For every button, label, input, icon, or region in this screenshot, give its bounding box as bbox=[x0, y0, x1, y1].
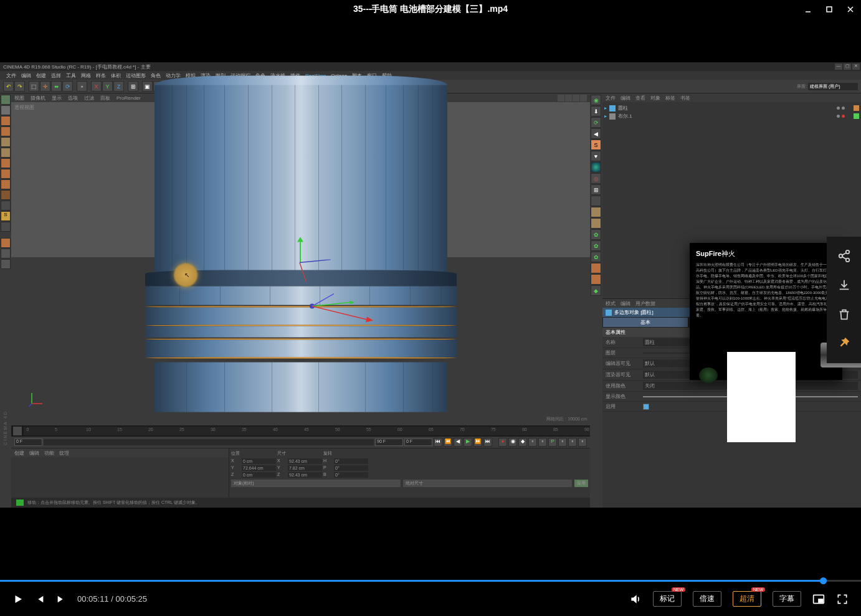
timeline-ruler[interactable]: 051015202530354045505560657075808590 bbox=[11, 425, 590, 437]
subtitle-button[interactable]: 字幕 bbox=[773, 591, 801, 607]
rt-heart[interactable]: ♥ bbox=[591, 151, 601, 161]
obj-tab[interactable]: 编辑 bbox=[621, 95, 630, 102]
rt-e[interactable]: ✿ bbox=[591, 240, 601, 251]
menu-item[interactable]: 体积 bbox=[111, 72, 121, 79]
viewport[interactable]: 透视视图 网格间距 : 10000 cm bbox=[11, 102, 590, 425]
tl-k2[interactable]: ▫ bbox=[538, 438, 547, 447]
menu-item[interactable]: 编辑 bbox=[21, 72, 31, 79]
pos-y[interactable]: 72.644 cm bbox=[242, 465, 276, 471]
tl-record[interactable]: ● bbox=[498, 438, 507, 447]
redo-button[interactable]: ↷ bbox=[14, 81, 25, 92]
tl-prev-key[interactable]: ⏪ bbox=[444, 438, 452, 447]
y-axis-lock[interactable]: Y bbox=[102, 81, 113, 92]
rt-back[interactable]: ◀ bbox=[591, 128, 601, 139]
vp-pan-icon[interactable] bbox=[558, 95, 564, 102]
delete-button[interactable] bbox=[837, 308, 851, 321]
tl-current[interactable]: 0 F bbox=[404, 438, 432, 446]
menu-item[interactable]: 工具 bbox=[66, 72, 76, 79]
planar-workplane[interactable] bbox=[1, 259, 11, 269]
obj-tab[interactable]: 查看 bbox=[635, 95, 645, 102]
progress-bar[interactable] bbox=[0, 580, 861, 582]
mark-button[interactable]: NEW标记 bbox=[653, 591, 682, 607]
recent-tool[interactable]: ▫ bbox=[77, 81, 87, 92]
rot-b[interactable]: 0° bbox=[334, 472, 368, 478]
c4d-close[interactable]: ✕ bbox=[852, 64, 860, 70]
fullscreen-button[interactable] bbox=[836, 593, 849, 605]
rt-b[interactable] bbox=[591, 207, 601, 217]
timeline-marker[interactable] bbox=[13, 427, 22, 435]
c4d-maximize[interactable]: ▢ bbox=[844, 64, 851, 70]
rt-s[interactable]: S bbox=[591, 140, 601, 150]
move-tool[interactable]: ✛ bbox=[40, 81, 50, 92]
obj-tab[interactable]: 对象 bbox=[650, 95, 660, 102]
coord-size-mode[interactable]: 绝对尺寸 bbox=[403, 480, 573, 487]
progress-thumb[interactable] bbox=[820, 577, 827, 584]
layout-select[interactable]: 建模界面 (用户) bbox=[808, 83, 858, 90]
pip-button[interactable] bbox=[812, 593, 825, 605]
pin-button[interactable] bbox=[837, 337, 851, 351]
prev-button[interactable] bbox=[35, 594, 45, 604]
texture-mode[interactable] bbox=[1, 116, 11, 126]
vp-tab[interactable]: 面板 bbox=[100, 95, 110, 102]
workplane-mode[interactable] bbox=[1, 126, 11, 136]
size-x[interactable]: 92.43 cm bbox=[288, 458, 322, 464]
rt-world[interactable]: ◉ bbox=[591, 95, 601, 105]
rt-d[interactable]: ✿ bbox=[591, 229, 601, 240]
tl-keyframe[interactable]: ◆ bbox=[518, 438, 527, 447]
pos-x[interactable]: 0 cm bbox=[242, 458, 276, 464]
rt-g[interactable] bbox=[591, 263, 601, 273]
vp-tab[interactable]: 视图 bbox=[14, 95, 24, 102]
vp-tab[interactable]: 显示 bbox=[52, 95, 62, 102]
download-button[interactable] bbox=[837, 278, 851, 292]
play-button[interactable] bbox=[12, 594, 24, 605]
obj-tab[interactable]: 书签 bbox=[680, 95, 690, 102]
make-editable[interactable] bbox=[1, 95, 11, 105]
viewport-solo[interactable] bbox=[1, 238, 11, 248]
menu-item[interactable]: 文件 bbox=[6, 72, 16, 79]
undo-button[interactable]: ↶ bbox=[3, 81, 14, 92]
rt-grid[interactable]: ⊞ bbox=[591, 184, 601, 195]
attr-mode-tab[interactable]: 用户数据 bbox=[635, 300, 655, 307]
vp-layout-icon[interactable] bbox=[580, 95, 587, 102]
polygon-mode[interactable] bbox=[1, 169, 11, 179]
rt-f[interactable]: ✿ bbox=[591, 252, 601, 262]
scale-tool[interactable]: ⬌ bbox=[51, 81, 62, 92]
rt-a[interactable] bbox=[591, 196, 601, 206]
next-button[interactable] bbox=[56, 594, 66, 604]
model-mode[interactable] bbox=[1, 105, 11, 115]
menu-item[interactable]: 选择 bbox=[51, 72, 61, 79]
edge-mode[interactable] bbox=[1, 158, 11, 168]
share-button[interactable] bbox=[837, 249, 851, 263]
rotate-tool[interactable]: ⟳ bbox=[62, 81, 73, 92]
attr-enable-check[interactable] bbox=[643, 404, 649, 410]
x-axis-lock[interactable]: X bbox=[91, 81, 102, 92]
attr-tab-basic[interactable]: 基本 bbox=[602, 317, 688, 328]
size-y[interactable]: 7.82 cm bbox=[288, 465, 322, 471]
coord-apply[interactable]: 应用 bbox=[574, 480, 588, 487]
tl-goto-end[interactable]: ⏭ bbox=[483, 438, 492, 447]
tl-start[interactable]: 0 F bbox=[14, 438, 42, 446]
uvpoint-mode[interactable] bbox=[1, 190, 11, 200]
attr-mode-tab[interactable]: 模式 bbox=[606, 300, 616, 307]
vp-tab[interactable]: 选项 bbox=[68, 95, 78, 102]
uvpoly-mode[interactable] bbox=[1, 179, 11, 189]
tl-play-back[interactable]: ◀ bbox=[454, 438, 462, 447]
size-z[interactable]: 92.43 cm bbox=[288, 472, 322, 478]
point-mode[interactable] bbox=[1, 137, 11, 147]
rot-p[interactable]: 0° bbox=[334, 465, 368, 471]
obj-tab[interactable]: 标签 bbox=[665, 95, 675, 102]
rt-down[interactable]: ⬇ bbox=[591, 106, 601, 116]
maximize-button[interactable] bbox=[825, 5, 834, 14]
tl-goto-start[interactable]: ⏮ bbox=[434, 438, 442, 447]
snap-toggle[interactable]: S bbox=[1, 211, 11, 221]
tl-next-key[interactable]: ⏩ bbox=[473, 438, 482, 447]
tl-play[interactable]: ▶ bbox=[464, 438, 472, 447]
tl-k6[interactable]: ▫ bbox=[578, 438, 587, 447]
object-mode[interactable] bbox=[1, 148, 11, 158]
object-row[interactable]: ▸ 布尔.1 bbox=[604, 112, 859, 120]
select-tool[interactable]: ⬚ bbox=[29, 81, 39, 92]
vp-zoom-icon[interactable] bbox=[565, 95, 572, 102]
close-button[interactable] bbox=[846, 5, 855, 14]
z-axis-lock[interactable]: Z bbox=[113, 81, 124, 92]
rt-refresh[interactable]: ⟳ bbox=[591, 117, 601, 128]
